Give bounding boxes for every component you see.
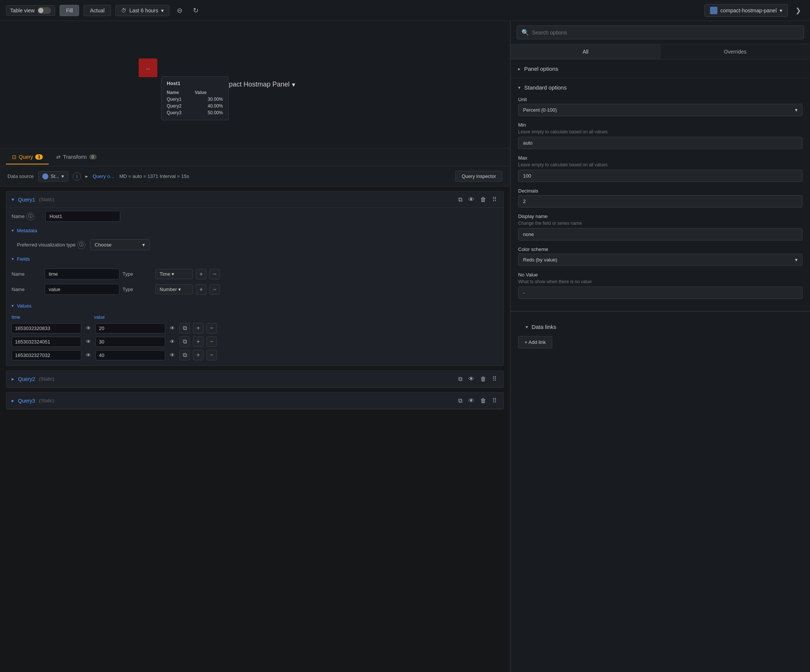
query2-drag-button[interactable]: ⠿ bbox=[491, 375, 498, 383]
query2-actions: ⧉ 👁 🗑 ⠿ bbox=[457, 375, 498, 383]
value-row-1-time-eye[interactable]: 👁 bbox=[84, 338, 93, 345]
datasource-info-button[interactable]: i bbox=[73, 172, 81, 180]
search-bar: 🔍 bbox=[511, 21, 810, 44]
display-name-label: Display name bbox=[518, 214, 803, 219]
unit-select[interactable]: Percent (0-100) ▾ bbox=[518, 104, 803, 116]
query3-drag-button[interactable]: ⠿ bbox=[491, 396, 498, 405]
query1-eye-button[interactable]: 👁 bbox=[467, 195, 476, 204]
query3-eye-button[interactable]: 👁 bbox=[467, 396, 476, 405]
query1-drag-button[interactable]: ⠿ bbox=[491, 195, 498, 204]
query1-name-input[interactable] bbox=[46, 211, 120, 222]
query3-delete-button[interactable]: 🗑 bbox=[479, 396, 488, 405]
query1-delete-button[interactable]: 🗑 bbox=[479, 195, 488, 204]
value-row-2-copy-btn[interactable]: ⧉ bbox=[179, 350, 190, 360]
value-row: 👁👁⧉+− bbox=[12, 322, 498, 335]
max-row: Max Leave empty to calculate based on al… bbox=[518, 155, 803, 182]
min-input[interactable] bbox=[518, 137, 803, 149]
pref-viz-info-btn[interactable]: ⓘ bbox=[77, 241, 85, 249]
top-bar-left: Table view Fill Actual ⏱ Last 6 hours ▾ … bbox=[6, 5, 202, 16]
field2-add-btn[interactable]: + bbox=[196, 284, 206, 295]
left-panel: Compact Hostmap Panel ▾ ... Host1 Name V… bbox=[0, 21, 510, 672]
refresh-button[interactable]: ↻ bbox=[190, 5, 202, 16]
query2-eye-button[interactable]: 👁 bbox=[467, 375, 476, 383]
value-row-0-value-eye[interactable]: 👁 bbox=[168, 324, 176, 332]
value-row-1-value-eye[interactable]: 👁 bbox=[168, 338, 176, 345]
panel-options-header[interactable]: ▸ Panel options bbox=[511, 59, 810, 78]
tab-overrides[interactable]: Overrides bbox=[660, 44, 810, 59]
field1-remove-btn[interactable]: − bbox=[209, 269, 220, 280]
query2-name: Query2 bbox=[18, 376, 35, 382]
time-range-picker[interactable]: ⏱ Last 6 hours ▾ bbox=[115, 5, 169, 16]
max-input[interactable] bbox=[518, 170, 803, 182]
value-row-1-copy-btn[interactable]: ⧉ bbox=[179, 336, 190, 347]
actual-button[interactable]: Actual bbox=[84, 5, 111, 16]
query1-chevron[interactable]: ▾ bbox=[12, 197, 14, 202]
value-row-2-add-btn[interactable]: + bbox=[193, 350, 203, 360]
name-info-btn[interactable]: ⓘ bbox=[26, 212, 34, 221]
value-row-2-time-input[interactable] bbox=[12, 350, 81, 360]
panel-selector[interactable]: compact-hostmap-panel ▾ bbox=[704, 4, 788, 17]
display-name-input[interactable] bbox=[518, 228, 803, 241]
query-inspector-button[interactable]: Query inspector bbox=[455, 171, 503, 182]
heatmap-cell[interactable]: ... bbox=[138, 59, 157, 77]
decimals-input[interactable] bbox=[518, 195, 803, 207]
table-view-toggle[interactable]: Table view bbox=[6, 5, 55, 16]
value-row-0-time-eye[interactable]: 👁 bbox=[84, 324, 93, 332]
value-row-1-remove-btn[interactable]: − bbox=[206, 336, 217, 347]
query1-values-header[interactable]: ▾ Values bbox=[7, 300, 503, 312]
value-row: 👁👁⧉+− bbox=[12, 335, 498, 349]
color-scheme-select[interactable]: Reds (by value) ▾ bbox=[518, 254, 803, 266]
field2-name-input[interactable] bbox=[45, 284, 120, 295]
panel-expand-button[interactable]: ❯ bbox=[792, 5, 804, 16]
standard-options-title: Standard options bbox=[524, 84, 567, 91]
search-input-wrap[interactable]: 🔍 bbox=[516, 25, 804, 39]
value-row-2-time-eye[interactable]: 👁 bbox=[84, 351, 93, 359]
pref-viz-select[interactable]: Choose ▾ bbox=[90, 239, 150, 250]
zoom-out-button[interactable]: ⊖ bbox=[174, 5, 186, 16]
value-row-1-time-input[interactable] bbox=[12, 337, 81, 347]
query2-copy-button[interactable]: ⧉ bbox=[457, 375, 464, 383]
value-row-0-remove-btn[interactable]: − bbox=[206, 323, 217, 333]
query3-copy-button[interactable]: ⧉ bbox=[457, 396, 464, 405]
query3-chevron[interactable]: ▸ bbox=[12, 398, 14, 403]
query-o-label[interactable]: Query o… bbox=[93, 173, 115, 179]
field1-name-input[interactable] bbox=[45, 269, 120, 280]
value-row-0-value-input[interactable] bbox=[96, 323, 165, 333]
field1-add-btn[interactable]: + bbox=[196, 269, 206, 280]
search-icon: 🔍 bbox=[521, 29, 529, 36]
no-value-input[interactable] bbox=[518, 286, 803, 299]
type-label-2: Type bbox=[123, 286, 152, 292]
toggle-switch[interactable] bbox=[37, 7, 51, 14]
data-links-header[interactable]: ▾ Data links bbox=[518, 318, 803, 336]
standard-options-section: ▾ Standard options Unit Percent (0-100) … bbox=[511, 78, 810, 311]
value-row-1-add-btn[interactable]: + bbox=[193, 336, 203, 347]
tab-query[interactable]: ⊡ Query 3 bbox=[6, 150, 49, 165]
field2-remove-btn[interactable]: − bbox=[209, 284, 220, 295]
standard-options-header[interactable]: ▾ Standard options bbox=[511, 78, 810, 97]
tab-all[interactable]: All bbox=[511, 44, 660, 59]
search-input[interactable] bbox=[532, 30, 799, 35]
unit-row: Unit Percent (0-100) ▾ bbox=[518, 97, 803, 116]
value-row-2-remove-btn[interactable]: − bbox=[206, 350, 217, 360]
field2-type-select[interactable]: Number ▾ bbox=[155, 284, 193, 295]
add-link-button[interactable]: + Add link bbox=[518, 336, 552, 349]
query2-chevron[interactable]: ▸ bbox=[12, 376, 14, 382]
value-row-0-copy-btn[interactable]: ⧉ bbox=[179, 323, 190, 333]
value-row-2-value-input[interactable] bbox=[96, 350, 165, 360]
value-row-2-value-eye[interactable]: 👁 bbox=[168, 351, 176, 359]
value-row-0-add-btn[interactable]: + bbox=[193, 323, 203, 333]
query1-metadata-header[interactable]: ▾ Metadata bbox=[7, 225, 503, 236]
expand-icon: ▸ bbox=[85, 173, 88, 179]
fill-button[interactable]: Fill bbox=[59, 5, 79, 16]
tab-transform[interactable]: ⇄ Transform 0 bbox=[50, 150, 102, 165]
tooltip-row-name: Query2 bbox=[167, 103, 195, 109]
datasource-name: St... bbox=[51, 173, 59, 179]
query1-copy-button[interactable]: ⧉ bbox=[457, 195, 464, 204]
datasource-select[interactable]: St... ▾ bbox=[38, 171, 68, 182]
field1-type-select[interactable]: Time ▾ bbox=[155, 269, 193, 279]
value-row-0-time-input[interactable] bbox=[12, 323, 81, 333]
query2-delete-button[interactable]: 🗑 bbox=[479, 375, 488, 383]
query1-fields-header[interactable]: ▾ Fields bbox=[7, 253, 503, 265]
tooltip-row-name: Query1 bbox=[167, 96, 195, 103]
value-row-1-value-input[interactable] bbox=[96, 337, 165, 347]
